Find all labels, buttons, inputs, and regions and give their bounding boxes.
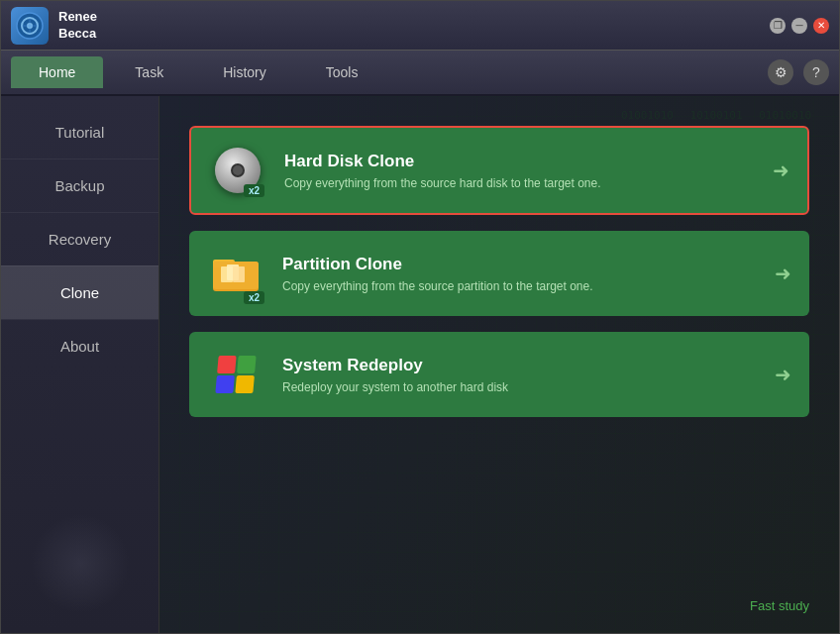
tab-task[interactable]: Task bbox=[107, 56, 191, 88]
title-bar: Renee Becca ❐ ─ ✕ bbox=[1, 1, 839, 51]
help-button[interactable]: ? bbox=[803, 59, 829, 85]
system-redeploy-desc: Redeploy your system to another hard dis… bbox=[282, 380, 765, 394]
system-redeploy-card[interactable]: System Redeploy Redeploy your system to … bbox=[189, 332, 809, 417]
fast-study-link[interactable]: Fast study bbox=[750, 598, 809, 613]
partition-clone-text: Partition Clone Copy everything from the… bbox=[282, 255, 765, 293]
nav-right-icons: ⚙ ? bbox=[768, 59, 829, 85]
nav-bar: Home Task History Tools ⚙ ? bbox=[1, 51, 839, 96]
partition-clone-arrow: ➜ bbox=[775, 262, 791, 285]
hard-disk-clone-arrow: ➜ bbox=[773, 158, 789, 182]
main-content: Tutorial Backup Recovery Clone About bbox=[1, 96, 839, 633]
window-controls: ❐ ─ ✕ bbox=[770, 18, 829, 34]
tab-tools[interactable]: Tools bbox=[298, 56, 386, 88]
cards-container: x2 Hard Disk Clone Copy everything from … bbox=[189, 126, 809, 417]
app-name: Renee Becca bbox=[58, 9, 97, 43]
close-button[interactable]: ✕ bbox=[813, 18, 829, 34]
system-redeploy-text: System Redeploy Redeploy your system to … bbox=[282, 356, 765, 394]
partition-clone-icon: x2 bbox=[207, 245, 264, 302]
title-bar-left: Renee Becca bbox=[11, 7, 97, 45]
sidebar-item-about[interactable]: About bbox=[1, 319, 158, 372]
restore-button[interactable]: ❐ bbox=[770, 18, 786, 34]
app-window: Renee Becca ❐ ─ ✕ Home Task History Tool… bbox=[0, 0, 840, 634]
hard-disk-clone-title: Hard Disk Clone bbox=[284, 152, 763, 171]
sidebar-item-clone[interactable]: Clone bbox=[1, 265, 158, 319]
tab-home[interactable]: Home bbox=[11, 56, 103, 88]
hard-disk-clone-card[interactable]: x2 Hard Disk Clone Copy everything from … bbox=[189, 126, 809, 215]
system-redeploy-title: System Redeploy bbox=[282, 356, 765, 375]
hard-disk-clone-text: Hard Disk Clone Copy everything from the… bbox=[284, 152, 763, 190]
system-redeploy-icon bbox=[207, 346, 264, 403]
tab-history[interactable]: History bbox=[195, 56, 294, 88]
partition-clone-title: Partition Clone bbox=[282, 255, 765, 274]
partition-clone-card[interactable]: x2 Partition Clone Copy everything from … bbox=[189, 231, 809, 316]
sidebar: Tutorial Backup Recovery Clone About bbox=[1, 96, 159, 633]
content-area: x2 Hard Disk Clone Copy everything from … bbox=[159, 96, 839, 633]
minimize-button[interactable]: ─ bbox=[791, 18, 807, 34]
app-logo bbox=[11, 7, 49, 45]
sidebar-item-backup[interactable]: Backup bbox=[1, 158, 158, 212]
hard-disk-clone-desc: Copy everything from the source hard dis… bbox=[284, 176, 763, 190]
sidebar-item-recovery[interactable]: Recovery bbox=[1, 212, 158, 265]
hard-disk-clone-icon: x2 bbox=[209, 142, 266, 199]
settings-button[interactable]: ⚙ bbox=[768, 59, 793, 85]
partition-clone-desc: Copy everything from the source partitio… bbox=[282, 279, 765, 293]
system-redeploy-arrow: ➜ bbox=[775, 363, 791, 386]
svg-rect-8 bbox=[233, 266, 245, 282]
sidebar-item-tutorial[interactable]: Tutorial bbox=[1, 106, 158, 158]
